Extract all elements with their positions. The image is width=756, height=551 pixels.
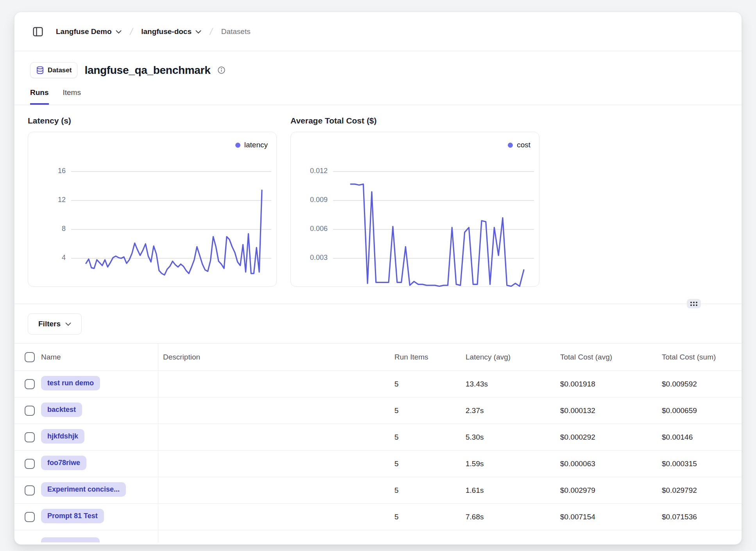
row-checkbox[interactable] bbox=[25, 432, 35, 442]
latency-avg-value: 1.61s bbox=[461, 486, 555, 495]
column-header-run-items: Run Items bbox=[390, 353, 461, 361]
run-name-badge[interactable]: test run demo bbox=[41, 376, 100, 390]
table-row: hjkfdshjk 5 5.30s $0.000292 $0.00146 bbox=[14, 424, 742, 451]
panel-left-icon bbox=[32, 26, 44, 38]
row-checkbox[interactable] bbox=[25, 485, 35, 496]
tab-items[interactable]: Items bbox=[63, 88, 81, 105]
section-divider bbox=[14, 304, 742, 304]
page-title: langfuse_qa_benchmark bbox=[84, 64, 210, 77]
y-axis-tick-label: 0.012 bbox=[300, 167, 328, 175]
total-cost-sum-value: $0.009592 bbox=[657, 380, 742, 388]
filters-button-label: Filters bbox=[38, 320, 61, 328]
breadcrumb-project-label: langfuse-docs bbox=[141, 27, 192, 36]
total-cost-avg-value: $0.007154 bbox=[555, 513, 657, 521]
latency-avg-value: 7.68s bbox=[461, 513, 555, 521]
cost-line-chart bbox=[291, 132, 540, 287]
cost-chart-title: Average Total Cost ($) bbox=[290, 116, 539, 125]
total-cost-avg-value: $0.000292 bbox=[555, 433, 657, 442]
database-icon bbox=[36, 66, 44, 74]
latency-chart-block: Latency (s) latency 161284 bbox=[28, 105, 277, 287]
chevron-down-icon bbox=[65, 322, 71, 326]
column-header-description: Description bbox=[158, 343, 390, 370]
y-axis-tick-label: 0.009 bbox=[300, 196, 328, 204]
breadcrumb-org-label: Langfuse Demo bbox=[56, 27, 112, 36]
total-cost-avg-value: $0.000063 bbox=[555, 460, 657, 468]
run-description bbox=[158, 451, 390, 477]
app-window: Langfuse Demo / langfuse-docs / Datasets… bbox=[14, 12, 742, 545]
run-items-value: 5 bbox=[390, 380, 461, 388]
breadcrumb-project[interactable]: langfuse-docs bbox=[141, 27, 201, 36]
latency-legend: latency bbox=[235, 141, 268, 149]
latency-avg-value: 2.37s bbox=[461, 406, 555, 415]
run-name-badge[interactable]: Prompt 81 Test bbox=[41, 509, 104, 523]
filters-button[interactable]: Filters bbox=[28, 313, 82, 335]
run-name-badge[interactable]: Experiment concise... bbox=[41, 482, 126, 497]
select-all-checkbox[interactable] bbox=[25, 352, 35, 362]
run-description bbox=[158, 504, 390, 530]
total-cost-sum-value: $0.029792 bbox=[657, 486, 742, 495]
info-icon[interactable] bbox=[217, 66, 226, 74]
run-name-badge[interactable]: hjkfdshjk bbox=[41, 429, 84, 444]
dataset-badge-label: Dataset bbox=[48, 66, 72, 74]
row-checkbox[interactable] bbox=[25, 512, 35, 522]
charts-section: Latency (s) latency 161284 Average Total… bbox=[14, 105, 742, 304]
y-axis-tick-label: 16 bbox=[38, 167, 66, 175]
tab-runs[interactable]: Runs bbox=[30, 88, 49, 105]
row-checkbox[interactable] bbox=[25, 379, 35, 389]
y-axis-tick-label: 12 bbox=[38, 196, 66, 204]
latency-avg-value: 13.43s bbox=[461, 380, 555, 388]
sidebar-toggle-button[interactable] bbox=[30, 24, 46, 39]
run-items-value: 5 bbox=[390, 433, 461, 442]
run-name-badge[interactable]: backtest bbox=[41, 403, 82, 417]
total-cost-avg-value: $0.001918 bbox=[555, 380, 657, 388]
cost-series-line bbox=[351, 184, 524, 286]
column-header-total-cost-sum: Total Cost (sum) bbox=[657, 353, 742, 361]
latency-avg-value: 1.59s bbox=[461, 460, 555, 468]
run-items-value: 5 bbox=[390, 486, 461, 495]
chevron-down-icon bbox=[116, 30, 122, 34]
breadcrumb: Langfuse Demo / langfuse-docs / Datasets bbox=[56, 26, 251, 37]
row-checkbox[interactable] bbox=[25, 459, 35, 469]
table-row: Prompt 81 Test 5 7.68s $0.007154 $0.0715… bbox=[14, 504, 742, 530]
table-row-partial bbox=[14, 530, 742, 542]
topbar: Langfuse Demo / langfuse-docs / Datasets bbox=[14, 12, 742, 51]
resize-drag-handle[interactable] bbox=[687, 299, 701, 308]
latency-series-line bbox=[86, 190, 262, 275]
run-description bbox=[158, 477, 390, 503]
run-items-value: 5 bbox=[390, 406, 461, 415]
total-cost-avg-value: $0.000132 bbox=[555, 406, 657, 415]
cost-legend-label: cost bbox=[517, 141, 530, 149]
breadcrumb-separator: / bbox=[129, 26, 134, 37]
run-description bbox=[158, 424, 390, 450]
breadcrumb-org[interactable]: Langfuse Demo bbox=[56, 27, 122, 36]
row-checkbox[interactable] bbox=[25, 406, 35, 416]
y-axis-tick-label: 0.006 bbox=[300, 225, 328, 233]
latency-chart: latency 161284 bbox=[28, 132, 277, 287]
total-cost-avg-value: $0.002979 bbox=[555, 486, 657, 495]
total-cost-sum-value: $0.000315 bbox=[657, 460, 742, 468]
total-cost-sum-value: $0.071536 bbox=[657, 513, 742, 521]
latency-chart-title: Latency (s) bbox=[28, 116, 277, 125]
tab-bar: Runs Items bbox=[14, 78, 742, 105]
dataset-heading: Dataset langfuse_qa_benchmark bbox=[14, 51, 742, 78]
run-description bbox=[158, 397, 390, 424]
y-axis-tick-label: 4 bbox=[38, 254, 66, 262]
breadcrumb-section: Datasets bbox=[221, 27, 251, 36]
latency-legend-label: latency bbox=[244, 141, 268, 149]
chevron-down-icon bbox=[195, 30, 201, 34]
table-row: test run demo 5 13.43s $0.001918 $0.0095… bbox=[14, 371, 742, 397]
latency-legend-dot bbox=[235, 143, 240, 148]
run-name-badge[interactable] bbox=[41, 537, 100, 542]
dataset-badge: Dataset bbox=[30, 62, 77, 78]
y-axis-tick-label: 8 bbox=[38, 225, 66, 233]
total-cost-sum-value: $0.00146 bbox=[657, 433, 742, 442]
y-axis-tick-label: 0.003 bbox=[300, 254, 328, 262]
breadcrumb-separator: / bbox=[209, 26, 214, 37]
total-cost-sum-value: $0.000659 bbox=[657, 406, 742, 415]
run-items-value: 5 bbox=[390, 513, 461, 521]
cost-legend-dot bbox=[508, 143, 513, 148]
column-header-total-cost-avg: Total Cost (avg) bbox=[555, 353, 657, 361]
run-name-badge[interactable]: foo78riwe bbox=[41, 456, 86, 470]
latency-avg-value: 5.30s bbox=[461, 433, 555, 442]
cost-chart-block: Average Total Cost ($) cost 0.0120.0090.… bbox=[290, 105, 539, 287]
